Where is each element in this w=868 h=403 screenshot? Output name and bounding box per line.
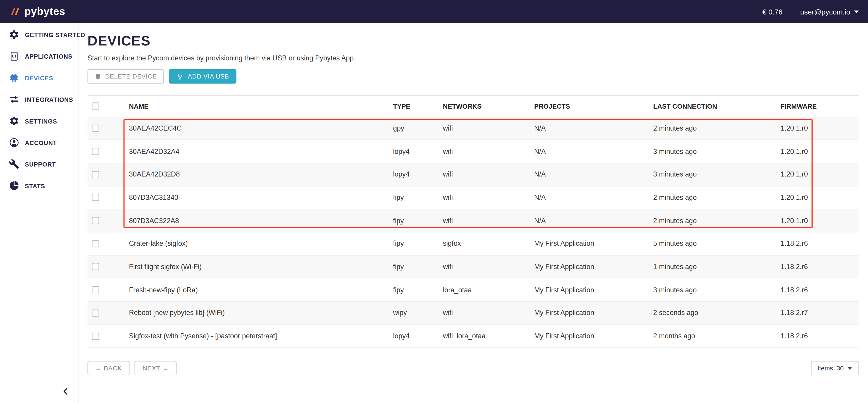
table-row[interactable]: 30AEA42D32A4 lopy4 wifi N/A 3 minutes ag… (88, 140, 859, 163)
device-last-connection-cell: 2 minutes ago (653, 124, 781, 132)
row-checkbox[interactable] (92, 332, 99, 340)
next-button[interactable]: NEXT → (135, 361, 177, 376)
device-firmware-cell: 1.18.2.r6 (780, 263, 859, 271)
sidebar-item-label: SUPPORT (25, 161, 56, 167)
account-balance: € 0.76 (763, 7, 782, 16)
gear-icon (9, 29, 19, 40)
device-name-cell: Crater-lake (sigfox) (129, 240, 393, 248)
user-circle-icon (9, 137, 19, 148)
sidebar-item-label: DEVICES (25, 74, 53, 81)
device-last-connection-cell: 5 minutes ago (653, 240, 781, 248)
device-projects-cell: N/A (534, 148, 653, 155)
row-checkbox[interactable] (92, 148, 99, 155)
sidebar-item-label: INTEGRATIONS (25, 96, 73, 102)
device-name-cell: 807D3AC31340 (129, 194, 393, 202)
device-table-body: 30AEA42CEC4C gpy wifi N/A 2 minutes ago … (88, 117, 859, 348)
select-all-checkbox[interactable] (92, 102, 99, 110)
device-firmware-cell: 1.20.1.r0 (780, 217, 859, 224)
row-checkbox[interactable] (92, 309, 99, 316)
delete-device-button[interactable]: DELETE DEVICE (88, 69, 164, 84)
back-button[interactable]: ← BACK (88, 361, 130, 376)
device-projects-cell: N/A (534, 124, 653, 132)
device-firmware-cell: 1.20.1.r0 (780, 170, 859, 178)
table-row[interactable]: First flight sigfox (Wi-Fi) fipy wifi My… (88, 255, 859, 279)
device-projects-cell: My First Application (534, 263, 653, 271)
select-all-cell (88, 102, 129, 110)
column-header-name: NAME (129, 102, 393, 110)
device-type-cell: fipy (393, 194, 443, 202)
device-networks-cell: wifi (443, 148, 534, 155)
pagination-buttons: ← BACK NEXT → (88, 361, 177, 376)
table-row[interactable]: 807D3AC322A8 fipy wifi N/A 2 minutes ago… (88, 209, 859, 232)
sidebar-item-stats[interactable]: STATS (0, 175, 79, 196)
page-title: DEVICES (88, 33, 859, 49)
row-checkbox[interactable] (92, 217, 99, 224)
device-name-cell: Fresh-new-fipy (LoRa) (129, 286, 393, 294)
device-projects-cell: N/A (534, 217, 653, 224)
device-last-connection-cell: 2 seconds ago (653, 309, 781, 317)
sidebar-item-settings[interactable]: SETTINGS (0, 110, 79, 132)
device-type-cell: fipy (393, 217, 443, 224)
sidebar-item-applications[interactable]: APPLICATIONS (0, 45, 79, 67)
device-name-cell: 807D3AC322A8 (129, 217, 393, 224)
table-row[interactable]: Reboot [new pybytes lib] (WiFi) wipy wif… (88, 302, 859, 325)
device-firmware-cell: 1.18.2.r6 (780, 240, 859, 248)
brand: pybytes (9, 5, 65, 18)
device-name-cell: First flight sigfox (Wi-Fi) (129, 263, 393, 271)
sidebar-item-support[interactable]: SUPPORT (0, 153, 79, 175)
gear-icon (9, 116, 19, 126)
wrench-icon (9, 159, 19, 169)
table-row[interactable]: 30AEA42CEC4C gpy wifi N/A 2 minutes ago … (88, 117, 859, 140)
chevron-down-icon (854, 10, 859, 13)
table-row[interactable]: 30AEA42D32D8 lopy4 wifi N/A 3 minutes ag… (88, 163, 859, 186)
document-code-icon (9, 51, 19, 61)
device-type-cell: wipy (393, 309, 443, 317)
sidebar-item-label: STATS (25, 182, 45, 189)
device-name-cell: 30AEA42CEC4C (129, 124, 393, 132)
pie-chart-icon (9, 181, 19, 191)
add-via-usb-button[interactable]: ADD VIA USB (169, 69, 236, 84)
sidebar-nav: GETTING STARTED APPLICATIONS DEVICES INT… (0, 24, 79, 196)
device-last-connection-cell: 3 minutes ago (653, 148, 781, 155)
sidebar-item-account[interactable]: ACCOUNT (0, 132, 79, 153)
device-type-cell: gpy (393, 124, 443, 132)
table-row[interactable]: Fresh-new-fipy (LoRa) fipy lora_otaa My … (88, 279, 859, 302)
device-firmware-cell: 1.20.1.r0 (780, 194, 859, 202)
column-header-last-connection: LAST CONNECTION (653, 102, 781, 110)
device-networks-cell: wifi (443, 170, 534, 178)
device-last-connection-cell: 1 minutes ago (653, 263, 781, 271)
user-menu[interactable]: user@pycom.io (800, 7, 859, 16)
sidebar-item-label: GETTING STARTED (25, 31, 85, 38)
main-content: DEVICES Start to explore the Pycom devic… (79, 23, 868, 403)
sidebar-item-getting-started[interactable]: GETTING STARTED (0, 24, 79, 45)
device-name-cell: 30AEA42D32A4 (129, 148, 393, 155)
row-checkbox[interactable] (92, 240, 99, 247)
row-checkbox[interactable] (92, 263, 99, 270)
device-type-cell: fipy (393, 240, 443, 248)
row-checkbox-cell (88, 263, 129, 270)
row-checkbox[interactable] (92, 125, 99, 132)
sidebar-item-integrations[interactable]: INTEGRATIONS (0, 89, 79, 110)
device-type-cell: fipy (393, 286, 443, 294)
sidebar-item-devices[interactable]: DEVICES (0, 67, 79, 89)
row-checkbox[interactable] (92, 171, 99, 178)
sidebar-collapse-button[interactable] (60, 385, 72, 398)
device-firmware-cell: 1.18.2.r6 (780, 332, 859, 340)
row-checkbox[interactable] (92, 286, 99, 293)
table-row[interactable]: 807D3AC31340 fipy wifi N/A 2 minutes ago… (88, 186, 859, 209)
table-row[interactable]: Sigfox-test (with Pysense) - [pastoor pe… (88, 325, 859, 348)
device-last-connection-cell: 2 minutes ago (653, 194, 781, 202)
device-type-cell: lopy4 (393, 148, 443, 155)
chip-icon (9, 72, 19, 83)
pagination: ← BACK NEXT → Items: 30 (88, 361, 859, 376)
row-checkbox[interactable] (92, 194, 99, 201)
device-projects-cell: N/A (534, 194, 653, 202)
row-checkbox-cell (88, 148, 129, 155)
arrows-swap-icon (9, 94, 19, 104)
device-projects-cell: My First Application (534, 240, 653, 248)
row-checkbox-cell (88, 332, 129, 340)
column-header-projects: PROJECTS (534, 102, 653, 110)
items-per-page-select[interactable]: Items: 30 (811, 361, 859, 376)
row-checkbox-cell (88, 309, 129, 316)
table-row[interactable]: Crater-lake (sigfox) fipy sigfox My Firs… (88, 232, 859, 255)
